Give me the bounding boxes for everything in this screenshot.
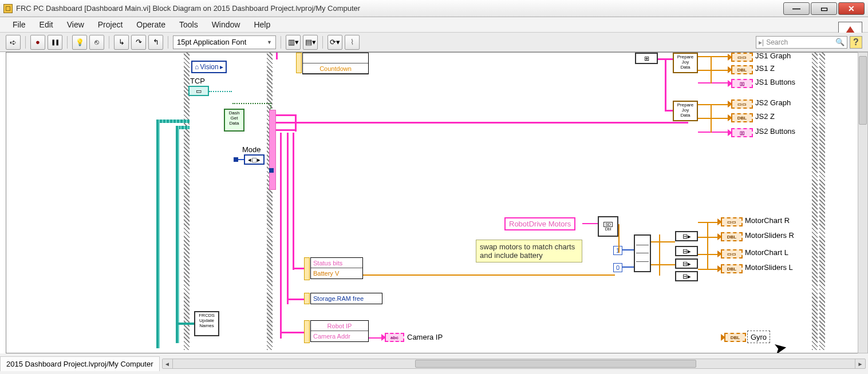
wire bbox=[276, 122, 688, 124]
motorchart-l-terminal[interactable]: ▭▭ bbox=[721, 249, 743, 258]
scroll-right-icon[interactable]: ► bbox=[855, 359, 865, 368]
mouse-cursor-icon: ➤ bbox=[772, 337, 788, 353]
context-help-button[interactable]: ? bbox=[850, 36, 862, 49]
step-over-button[interactable]: ↷ bbox=[131, 35, 146, 50]
wire bbox=[280, 332, 304, 333]
wire bbox=[651, 241, 675, 242]
loop-border bbox=[184, 53, 190, 350]
wire bbox=[582, 223, 598, 224]
loop-border bbox=[819, 53, 825, 350]
wire bbox=[651, 264, 675, 265]
motorchart-r-terminal[interactable]: ▭▭ bbox=[721, 217, 743, 226]
maximize-button[interactable]: ▭ bbox=[811, 2, 837, 15]
split-node[interactable]: ⊟▸ bbox=[675, 258, 698, 269]
window-titlebar: FRC PC Dashboard [Dashboard Main.vi] Blo… bbox=[0, 0, 868, 17]
wire bbox=[707, 222, 708, 270]
cleanup-button[interactable] bbox=[345, 35, 360, 50]
window-title: FRC PC Dashboard [Dashboard Main.vi] Blo… bbox=[16, 4, 783, 13]
horizontal-scrollbar[interactable]: ◄ ► bbox=[162, 359, 866, 369]
js2-graph-label: JS2 Graph bbox=[755, 98, 791, 107]
wire bbox=[287, 299, 304, 300]
js1-buttons-terminal[interactable]: ▯▯ bbox=[731, 79, 753, 88]
mode-indicator[interactable]: ◂▢▸ bbox=[244, 154, 265, 165]
reorder-button[interactable]: ⟳▾ bbox=[328, 35, 342, 50]
font-combo[interactable]: 15pt Application Font bbox=[173, 35, 276, 49]
step-out-button[interactable]: ↰ bbox=[148, 35, 163, 50]
wire bbox=[698, 70, 731, 71]
prepare-joy-data-1[interactable]: Prepare Joy Data bbox=[673, 53, 698, 73]
frcds-update-names-subvi[interactable]: FRCDS Update Names bbox=[194, 311, 219, 336]
js2-z-label: JS2 Z bbox=[755, 112, 775, 121]
app-icon bbox=[3, 4, 13, 13]
unbundle-cluster[interactable] bbox=[269, 110, 276, 190]
js1-z-terminal[interactable]: DBL bbox=[731, 65, 753, 74]
build-array-node[interactable] bbox=[634, 234, 651, 272]
breadcrumb[interactable]: 2015 Dashboard Project.lvproj/My Compute… bbox=[0, 356, 160, 371]
status-battery-unbundle[interactable]: Status bits Battery V bbox=[310, 257, 363, 279]
js2-graph-terminal[interactable]: ▭▭ bbox=[731, 100, 753, 109]
vision-local-var[interactable]: Vision bbox=[191, 61, 227, 73]
search-input[interactable]: ▸| Search 🔍 bbox=[756, 36, 847, 49]
js2-z-terminal[interactable]: DBL bbox=[731, 113, 753, 122]
motorsliders-r-terminal[interactable]: DBL bbox=[721, 232, 743, 241]
vertical-scrollbar[interactable] bbox=[858, 52, 868, 353]
storage-unbundle[interactable]: Storage.RAM free bbox=[310, 293, 382, 304]
loop-border bbox=[812, 53, 818, 350]
menu-help[interactable]: Help bbox=[248, 18, 276, 31]
scroll-left-icon[interactable]: ◄ bbox=[163, 359, 173, 368]
wire bbox=[293, 268, 304, 269]
ip-unbundle[interactable]: Robot IP Camera Addr bbox=[310, 320, 369, 342]
split-node-bottom[interactable]: ⊟▸ bbox=[675, 271, 698, 281]
highlight-execution-button[interactable] bbox=[72, 35, 87, 50]
wire bbox=[711, 56, 712, 83]
menu-operate[interactable]: Operate bbox=[131, 18, 171, 31]
motorsliders-l-terminal[interactable]: DBL bbox=[721, 264, 743, 273]
unbundle-selector bbox=[304, 257, 310, 280]
menu-project[interactable]: Project bbox=[92, 18, 129, 31]
wire bbox=[622, 249, 634, 250]
align-button[interactable]: ▥▾ bbox=[286, 35, 301, 50]
robotdrive-motors-const[interactable]: RobotDrive Motors bbox=[504, 217, 575, 230]
dash-get-data-subvi[interactable]: Dash Get Data bbox=[224, 109, 244, 132]
motorsliders-r-label: MotorSliders R bbox=[745, 231, 794, 240]
split-node-top[interactable]: ⊟▸ bbox=[675, 231, 698, 241]
wire bbox=[698, 237, 721, 238]
sd-read-subvi[interactable]: SD Dbl bbox=[598, 216, 618, 237]
comment-box: swap motors to match charts and include … bbox=[476, 240, 582, 262]
countdown-unbundle[interactable]: Countdown bbox=[302, 53, 369, 74]
index-const-1[interactable]: 1 bbox=[613, 246, 622, 255]
gyro-terminal[interactable]: DBL bbox=[724, 333, 746, 342]
wire bbox=[711, 104, 712, 133]
close-button[interactable]: ✕ bbox=[838, 2, 865, 15]
tunnel bbox=[269, 168, 274, 173]
prepare-joy-data-2[interactable]: Prepare Joy Data bbox=[673, 101, 698, 121]
distribute-button[interactable]: ▤▾ bbox=[303, 35, 318, 50]
split-node[interactable]: ⊟▸ bbox=[675, 246, 698, 256]
menu-file[interactable]: File bbox=[7, 18, 31, 31]
step-into-button[interactable]: ↳ bbox=[114, 35, 129, 50]
wire bbox=[665, 110, 673, 112]
search-icon: 🔍 bbox=[835, 38, 845, 46]
gyro-label-editing[interactable]: Gyro bbox=[747, 331, 770, 343]
index-const-0[interactable]: 0 bbox=[613, 263, 622, 272]
block-diagram-canvas[interactable]: Vision TCP ▭ Dash Get Data Mode ◂▢▸ Coun… bbox=[6, 52, 862, 353]
js1-graph-label: JS1 Graph bbox=[755, 52, 791, 60]
menu-view[interactable]: View bbox=[61, 18, 90, 31]
tcp-constant[interactable]: ▭ bbox=[188, 86, 209, 96]
wire bbox=[156, 120, 160, 348]
camera-ip-terminal[interactable]: abc bbox=[385, 333, 404, 342]
wire bbox=[295, 114, 297, 132]
wire bbox=[287, 133, 289, 304]
joy-cluster-node[interactable]: ⊞ bbox=[635, 53, 658, 64]
js2-buttons-terminal[interactable]: ▯▯ bbox=[731, 128, 753, 137]
camera-ip-label: Camera IP bbox=[407, 333, 443, 341]
abort-button[interactable] bbox=[30, 35, 45, 50]
js1-graph-terminal[interactable]: ▭▭ bbox=[731, 53, 753, 62]
pause-button[interactable] bbox=[48, 35, 62, 50]
menu-window[interactable]: Window bbox=[206, 18, 246, 31]
run-button[interactable] bbox=[6, 35, 21, 50]
menu-tools[interactable]: Tools bbox=[173, 18, 204, 31]
retain-wire-values-button[interactable]: ⎋ bbox=[89, 35, 104, 50]
minimize-button[interactable]: — bbox=[783, 2, 810, 15]
menu-edit[interactable]: Edit bbox=[34, 18, 59, 31]
